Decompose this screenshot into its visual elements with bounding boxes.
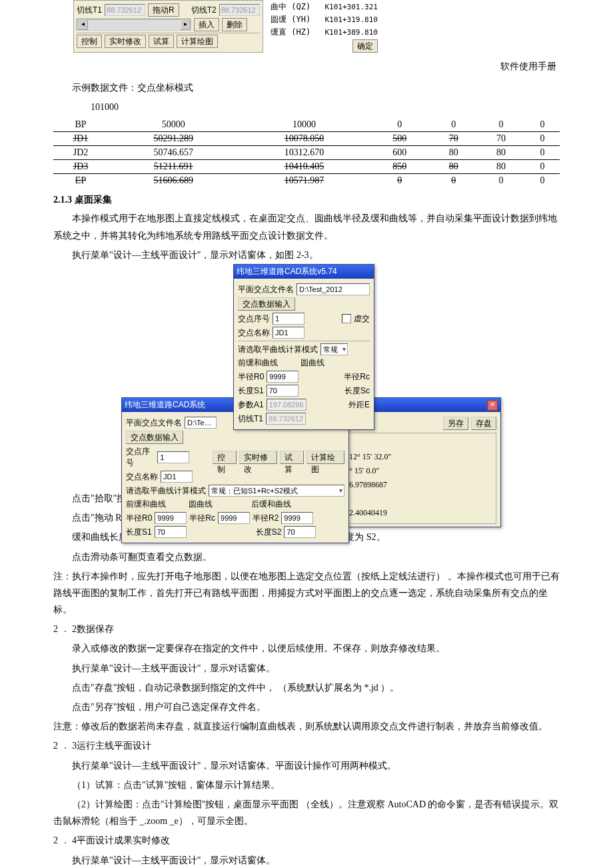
seq2-label: 交点序号 [126, 446, 155, 469]
file2-label: 平面交点文件名 [126, 417, 182, 429]
t1-field[interactable]: 88.732612 [105, 4, 145, 16]
qz-val: K101+301.321 [324, 3, 377, 11]
t2-field[interactable]: 88.732612 [219, 4, 260, 16]
s1-field[interactable]: 70 [267, 385, 299, 397]
close-icon[interactable]: ✕ [487, 400, 498, 411]
e-label: 外距E [348, 399, 370, 411]
s12-field[interactable]: 70 [155, 526, 187, 538]
heading-213: 2.1.3 桌面采集 [53, 194, 560, 206]
p-note: 注：执行本操作时，应先打开电子地形图，以便在地形图上选定交点位置（按纸上定线法进… [53, 568, 560, 619]
scroll-right-icon[interactable]: ▸ [180, 19, 191, 30]
p22d: 点击"另存"按钮，用户可自己选定保存文件名。 [53, 699, 560, 715]
grp2-label: 圆曲线 [301, 357, 324, 369]
save-button[interactable]: 存盘 [471, 417, 496, 430]
file-field[interactable]: D:\Test_2012 [297, 283, 370, 295]
p213b: 执行菜单"设计—主线平面设计"，显示对话窗体，如图 2-3。 [53, 247, 560, 263]
a1-field[interactable]: 197.08286 [267, 399, 306, 411]
s12-label: 长度S1 [126, 527, 152, 538]
t1-label: 切线T1 [77, 5, 102, 16]
yh-val: K101+319.810 [324, 15, 377, 24]
seq2-field[interactable]: 1 [157, 451, 189, 463]
rc-label: 半径Rc [344, 371, 370, 383]
file2-field[interactable]: D:\Te… [185, 417, 217, 429]
r22-label: 半径R2 [253, 513, 279, 524]
jd-name-label: 交点名称 [238, 327, 270, 339]
p23b: （1）试算：点击"试算"按钮，窗体显示计算结果。 [53, 777, 560, 793]
input2-button[interactable]: 交点数据输入 [126, 431, 183, 444]
dialog1-title: 纬地三维道路CAD系统v5.74 [237, 266, 337, 277]
rc2-field[interactable]: 9999 [218, 512, 250, 524]
grp1-label: 前缓和曲线 [238, 357, 298, 369]
grp23-label: 后缓和曲线 [251, 499, 291, 510]
r02-label: 半径R0 [126, 513, 152, 524]
trial-calc-button[interactable]: 试算 [149, 35, 174, 48]
calc2-button[interactable]: 试算 [280, 451, 304, 464]
name2-label: 交点名称 [126, 471, 158, 483]
t2-label: 切线T2 [191, 5, 217, 16]
scrollbar[interactable]: ◂ ▸ [77, 19, 191, 31]
name2-field[interactable]: JD1 [161, 471, 193, 483]
seq-field[interactable]: 1 [273, 313, 305, 325]
p22a: 录入或修改的数据一定要保存在指定的文件中，以便后续使用。不保存，则放弃修改结果。 [53, 640, 560, 657]
yh-label: 圆缓 (YH) [271, 14, 310, 25]
drag-r-button[interactable]: 拖动R [148, 3, 179, 17]
doc-header: 软件使用手册 [53, 61, 560, 73]
grp21-label: 前缓和曲线 [126, 499, 186, 510]
scroll-left-icon[interactable]: ◂ [77, 19, 88, 30]
ok-button[interactable]: 确定 [352, 39, 378, 53]
heading-23: 2 ． 3运行主线平面设计 [53, 737, 560, 754]
seq-label: 交点序号 [238, 313, 270, 325]
r22-field[interactable]: 9999 [281, 512, 313, 524]
draw2-button[interactable]: 计算绘图 [306, 451, 344, 464]
p22note: 注意：修改后的数据若尚未存盘，就直接运行编制直曲线表，则系统默认调用原交点文件进… [53, 718, 560, 735]
r02-field[interactable]: 9999 [155, 512, 187, 524]
sample-start: 101000 [53, 99, 560, 115]
delete-button[interactable]: 删除 [222, 18, 247, 31]
control-button[interactable]: 控制 [77, 35, 102, 48]
p22b: 执行菜单"设计—主线平面设计"，显示对话窗体。 [53, 660, 560, 677]
r0-field[interactable]: 9999 [267, 371, 299, 383]
sample-caption: 示例数据文件：交点坐标模式 [53, 79, 560, 96]
a1-label: 参数A1 [238, 399, 264, 411]
dialog2-title: 纬地三维道路CAD系统 [125, 399, 205, 411]
p23c: （2）计算绘图：点击"计算绘图"按钮，桌面显示平面图 （全线）。注意观察 Aut… [53, 796, 560, 829]
qz-label: 曲中 (QZ) [271, 1, 310, 13]
s1-label: 长度S1 [238, 385, 264, 397]
file-label: 平面交点文件名 [238, 284, 294, 295]
p22c: 点击"存盘"按钮，自动记录数据到指定的文件中， （系统默认扩展名为 *.jd ）… [53, 679, 560, 696]
heading-24: 2 ． 4平面设计成果实时修改 [53, 832, 560, 849]
live-edit-button[interactable]: 实时修改 [105, 35, 146, 48]
hz-label: 缓直 (HZ) [271, 27, 310, 38]
heading-22: 2 ． 2数据保存 [53, 621, 560, 637]
save-as-button[interactable]: 另存 [443, 417, 468, 430]
t1d-label: 切线T1 [238, 413, 263, 425]
insert-button[interactable]: 插入 [194, 18, 219, 31]
ctrl2-button[interactable]: 控制 [213, 451, 237, 464]
s22-label: 长度S2 [256, 527, 282, 538]
rc2-label: 半径Rc [189, 513, 215, 524]
r0-label: 半径R0 [238, 371, 264, 383]
mode-select[interactable]: 常规 [320, 343, 348, 355]
p-scroll: 点击滑动条可翻页查看交点数据。 [53, 549, 560, 565]
top-ui-fragment: 切线T1 88.732612 拖动R 切线T2 88.732612 ◂ ▸ 插入… [73, 0, 560, 54]
live2-button[interactable]: 实时修改 [239, 451, 277, 464]
mode2-select[interactable]: 常规：已知S1+Rc+S2模式 [209, 485, 344, 497]
dialog-main: 纬地三维道路CAD系统v5.74 平面交点文件名D:\Test_2012 交点数… [233, 264, 374, 430]
mode2-label: 请选取平曲线计算模式 [126, 485, 206, 497]
mode-label: 请选取平曲线计算模式 [238, 344, 318, 355]
grp22-label: 圆曲线 [189, 499, 249, 510]
t1d-field[interactable]: 88.732612 [266, 413, 306, 425]
hz-val: K101+389.810 [324, 28, 377, 37]
p23a: 执行菜单"设计—主线平面设计"，显示对话窗体。平面设计操作可用两种模式。 [53, 757, 560, 774]
jd-name-field[interactable]: JD1 [273, 327, 305, 339]
sc-label: 长度Sc [344, 385, 370, 397]
s22-field[interactable]: 70 [284, 526, 316, 538]
input-button[interactable]: 交点数据输入 [238, 297, 295, 311]
data-table: BP50000100000000 JD150291.28910078.05050… [53, 118, 560, 187]
virtual-checkbox[interactable] [342, 314, 351, 323]
p213a: 本操作模式用于在地形图上直接定线模式，在桌面定交点、圆曲线半径及缓和曲线等，并自… [53, 210, 560, 243]
p24a: 执行菜单"设计—主线平面设计"，显示对话窗体。 [53, 852, 560, 869]
draw-button[interactable]: 计算绘图 [177, 35, 218, 48]
virtual-label: 虚交 [354, 313, 370, 325]
